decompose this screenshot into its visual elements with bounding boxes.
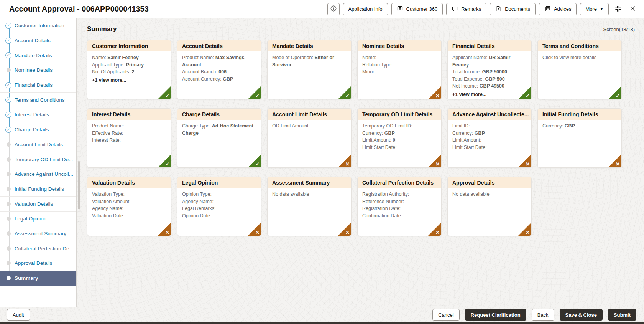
sidebar-item-mandate-details[interactable]: ✓ Mandate Details bbox=[0, 48, 76, 63]
card-financial-details[interactable]: Financial Details Applicant Name: DR Sam… bbox=[447, 40, 532, 99]
submit-button[interactable]: Submit bbox=[608, 309, 636, 321]
sidebar-item-collateral-perfection-de[interactable]: Collateral Perfection De... bbox=[0, 241, 76, 256]
application-info-button[interactable]: Application Info bbox=[343, 3, 388, 15]
card-field: Confirmation Date: bbox=[362, 212, 437, 220]
card-charge-details[interactable]: Charge Details Charge Type: Ad-Hoc State… bbox=[177, 108, 261, 168]
card-field: Currency: GBP bbox=[362, 130, 437, 137]
step-status-icon bbox=[7, 142, 11, 147]
card-title: Mandate Details bbox=[268, 40, 351, 51]
documents-button[interactable]: Documents bbox=[490, 3, 536, 15]
card-title: Assessment Summary bbox=[268, 177, 351, 188]
card-temporary-od-limit-details[interactable]: Temporary OD Limit Details Temporary OD … bbox=[357, 108, 442, 168]
sidebar-item-terms-and-conditions[interactable]: ✓ Terms and Conditions bbox=[0, 93, 76, 107]
success-check-badge: ✓ bbox=[248, 86, 261, 99]
sidebar-item-account-details[interactable]: ✓ Account Details bbox=[0, 33, 76, 48]
caret-down-icon: ▼ bbox=[600, 7, 603, 11]
card-legal-opinion[interactable]: Legal Opinion Opinion Type:Agency Name:L… bbox=[177, 177, 261, 236]
sidebar-scrollbar[interactable] bbox=[78, 161, 80, 209]
card-field: Charge Type: Ad-Hoc Statement Charge bbox=[182, 122, 256, 137]
card-interest-details[interactable]: Interest Details Product Name:Effective … bbox=[87, 108, 171, 168]
save-and-close-button[interactable]: Save & Close bbox=[560, 309, 603, 321]
sidebar-item-valuation-details[interactable]: Valuation Details bbox=[0, 197, 76, 212]
card-field: Account Branch: 006 bbox=[182, 68, 256, 76]
sidebar-item-initial-funding-details[interactable]: Initial Funding Details bbox=[0, 182, 76, 197]
card-nominee-details[interactable]: Nominee Details Name:Relation Type:Minor… bbox=[357, 40, 442, 99]
card-field: Limit Start Date: bbox=[452, 144, 527, 151]
error-cross-badge: ✕ bbox=[518, 154, 531, 167]
sidebar-item-approval-details[interactable]: Approval Details bbox=[0, 256, 76, 271]
card-advance-against-uncollecte[interactable]: Advance Against Uncollecte... Limit ID:C… bbox=[447, 108, 532, 168]
customer-360-button[interactable]: Customer 360 bbox=[391, 3, 443, 15]
audit-button[interactable]: Audit bbox=[7, 309, 30, 321]
step-status-icon bbox=[7, 217, 11, 221]
close-button[interactable] bbox=[627, 3, 639, 15]
back-button[interactable]: Back bbox=[532, 309, 554, 321]
remarks-button[interactable]: Remarks bbox=[446, 3, 486, 15]
collapse-button[interactable] bbox=[612, 3, 624, 15]
card-assessment-summary[interactable]: Assessment Summary No data available ✕ bbox=[267, 177, 352, 236]
status-glyph-icon: ✕ bbox=[435, 93, 440, 99]
card-field: Product Name: Max Savings Account bbox=[182, 54, 256, 68]
sidebar-item-summary[interactable]: Summary bbox=[0, 271, 76, 286]
card-field: Limit Amount: bbox=[452, 137, 527, 144]
sidebar-item-legal-opinion[interactable]: Legal Opinion bbox=[0, 212, 76, 226]
card-account-details[interactable]: Account Details Product Name: Max Saving… bbox=[177, 40, 261, 99]
sidebar-item-customer-information[interactable]: ✓ Customer Information bbox=[0, 18, 76, 33]
view-more-link[interactable]: +1 view more... bbox=[452, 92, 527, 97]
close-icon bbox=[629, 5, 636, 13]
card-field: Currency: GBP bbox=[542, 122, 617, 130]
card-valuation-details[interactable]: Valuation Details Valuation Type:Valuati… bbox=[87, 177, 171, 236]
card-field: Mode of Operation: Either or Survivor bbox=[272, 54, 347, 68]
error-cross-badge: ✕ bbox=[338, 154, 351, 167]
sidebar-item-financial-details[interactable]: ✓ Financial Details bbox=[0, 78, 76, 93]
sidebar-item-temporary-od-limit-de[interactable]: Temporary OD Limit De... bbox=[0, 152, 76, 167]
card-field: Applicant Type: Primary bbox=[92, 61, 166, 69]
card-field: OD Limit Amount: bbox=[272, 122, 347, 130]
success-check-badge: ✓ bbox=[158, 86, 171, 99]
card-body: Currency: GBP bbox=[538, 120, 621, 132]
sidebar-item-advance-against-uncoll[interactable]: Advance Against Uncoll... bbox=[0, 167, 76, 182]
step-status-icon: ✓ bbox=[5, 82, 12, 88]
info-button[interactable] bbox=[327, 3, 340, 15]
step-status-icon bbox=[7, 68, 11, 72]
request-clarification-button[interactable]: Request Clarification bbox=[465, 309, 526, 321]
card-title: Terms and Conditions bbox=[538, 40, 621, 51]
step-status-icon bbox=[7, 172, 11, 176]
status-glyph-icon: ✕ bbox=[526, 229, 530, 236]
card-account-limit-details[interactable]: Account Limit Details OD Limit Amount: ✕ bbox=[267, 108, 352, 168]
sidebar-item-interest-details[interactable]: ✓ Interest Details bbox=[0, 107, 76, 122]
card-terms-and-conditions[interactable]: Terms and Conditions Click to view more … bbox=[537, 40, 622, 99]
card-collateral-perfection-details[interactable]: Collateral Perfection Details Registrati… bbox=[357, 177, 442, 236]
sidebar-item-charge-details[interactable]: ✓ Charge Details bbox=[0, 122, 76, 137]
card-mandate-details[interactable]: Mandate Details Mode of Operation: Eithe… bbox=[267, 40, 352, 99]
window-bottom-edge bbox=[0, 322, 644, 324]
view-more-link[interactable]: +1 view more... bbox=[92, 78, 166, 83]
advices-button[interactable]: Advices bbox=[539, 3, 577, 15]
more-button[interactable]: More ▼ bbox=[580, 3, 609, 15]
status-glyph-icon: ✓ bbox=[616, 93, 620, 99]
sidebar-item-label: Financial Details bbox=[15, 82, 53, 88]
sidebar-item-nominee-details[interactable]: Nominee Details bbox=[0, 63, 76, 78]
card-title: Financial Details bbox=[448, 40, 531, 51]
top-bar-actions: Application Info Customer 360 Remarks bbox=[327, 3, 639, 15]
sidebar-item-account-limit-details[interactable]: Account Limit Details bbox=[0, 137, 76, 152]
card-body: Valuation Type:Valuation Amount:Agency N… bbox=[87, 188, 171, 222]
card-approval-details[interactable]: Approval Details No data available ✕ bbox=[447, 177, 532, 236]
status-glyph-icon: ✕ bbox=[345, 229, 350, 236]
card-title: Initial Funding Details bbox=[538, 109, 621, 120]
cancel-button[interactable]: Cancel bbox=[432, 309, 459, 321]
card-field: No. Of Applicants: 2 bbox=[92, 68, 166, 76]
step-status-icon: ✓ bbox=[5, 52, 12, 58]
card-customer-information[interactable]: Customer Information Name: Samir FeeneyA… bbox=[87, 40, 171, 99]
sidebar-item-label: Temporary OD Limit De... bbox=[15, 157, 73, 162]
sidebar-item-label: Assessment Summary bbox=[15, 231, 66, 236]
card-initial-funding-details[interactable]: Initial Funding Details Currency: GBP ✕ bbox=[537, 108, 622, 168]
sidebar-item-label: Mandate Details bbox=[15, 53, 52, 58]
card-field: Valuation Type: bbox=[92, 191, 166, 198]
card-field: Applicant Name: DR Samir Feeney bbox=[452, 54, 527, 68]
advices-icon bbox=[544, 5, 551, 13]
card-body: Product Name: Max Savings AccountAccount… bbox=[177, 51, 261, 85]
card-title: Valuation Details bbox=[87, 177, 171, 188]
sidebar-item-assessment-summary[interactable]: Assessment Summary bbox=[0, 226, 76, 241]
footer-bar: Audit Cancel Request Clarification Back … bbox=[0, 307, 644, 322]
